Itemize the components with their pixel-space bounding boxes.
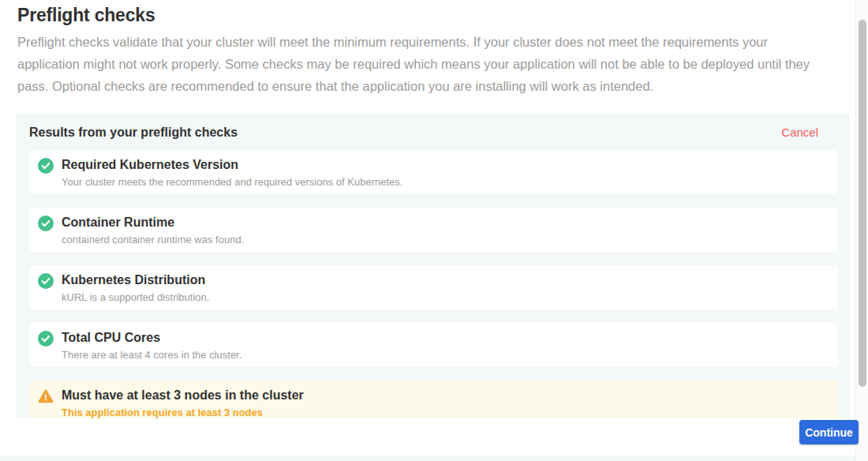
check-circle-icon [38, 158, 54, 174]
check-message: This application requires at least 3 nod… [62, 407, 304, 418]
cancel-link[interactable]: Cancel [781, 126, 818, 139]
check-title: Must have at least 3 nodes in the cluste… [62, 388, 304, 403]
page-description: Preflight checks validate that your clus… [17, 31, 817, 97]
continue-button[interactable]: Continue [799, 420, 859, 444]
check-circle-icon [38, 216, 54, 231]
warning-triangle-icon [38, 388, 54, 404]
preflight-check-row: Total CPU Cores There are at least 4 cor… [29, 323, 838, 367]
check-message: Your cluster meets the recommended and r… [62, 177, 402, 188]
preflight-results-panel: Results from your preflight checks Cance… [16, 113, 850, 418]
check-title: Container Runtime [62, 215, 244, 230]
check-circle-icon [38, 331, 54, 347]
page-title: Preflight checks [17, 5, 155, 26]
preflight-check-row: Kubernetes Distribution kURL is a suppor… [29, 265, 838, 309]
main-content: Preflight checks Preflight checks valida… [0, 0, 855, 461]
preflight-results-list: Required Kubernetes Version Your cluster… [29, 150, 838, 418]
check-title: Kubernetes Distribution [62, 272, 209, 287]
panel-title: Results from your preflight checks [29, 126, 238, 140]
preflight-check-row: Required Kubernetes Version Your cluster… [29, 150, 838, 194]
preflight-check-row: Must have at least 3 nodes in the cluste… [29, 380, 838, 418]
check-title: Total CPU Cores [62, 330, 241, 345]
check-title: Required Kubernetes Version [62, 157, 402, 172]
scrollbar-thumb[interactable] [859, 20, 866, 387]
check-message: There are at least 4 cores in the cluste… [62, 350, 241, 361]
vertical-scrollbar[interactable] [855, 0, 868, 461]
bottom-strip [0, 455, 855, 461]
preflight-check-row: Container Runtime containerd container r… [29, 208, 838, 252]
panel-header: Results from your preflight checks Cance… [16, 126, 850, 140]
check-circle-icon [38, 273, 54, 289]
check-message: kURL is a supported distribution. [62, 292, 209, 303]
check-message: containerd container runtime was found. [62, 234, 244, 245]
